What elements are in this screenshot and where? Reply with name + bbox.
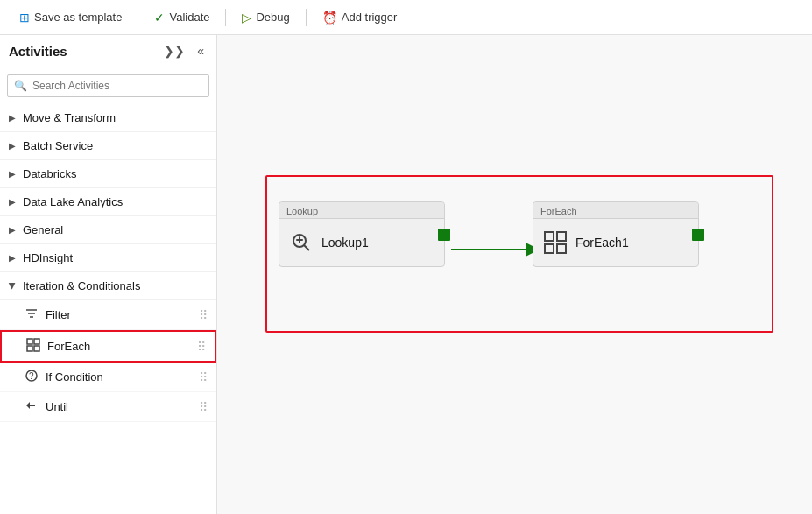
sidebar-item-data-lake[interactable]: ▶ Data Lake Analytics	[0, 188, 216, 216]
arrow-icon: ▶	[9, 197, 16, 207]
list-item-foreach[interactable]: ForEach ⠿	[0, 330, 216, 363]
list-item-filter[interactable]: Filter ⠿	[0, 300, 216, 330]
foreach-node-icon	[544, 231, 567, 254]
sidebar-item-batch-service[interactable]: ▶ Batch Service	[0, 132, 216, 160]
svg-rect-14	[557, 232, 566, 241]
filter-icon	[25, 306, 39, 323]
foreach-icon	[26, 338, 40, 355]
lookup-node-body: Lookup1	[279, 219, 444, 266]
foreach-node-label: ForEach1	[575, 236, 629, 250]
arrow-icon: ▶	[9, 169, 16, 179]
svg-line-10	[304, 245, 309, 250]
main-area: Activities ❯❯ « 🔍 ▶ Move & Transform ▶ B…	[0, 35, 812, 514]
sidebar-item-hdinsight[interactable]: ▶ HDInsight	[0, 244, 216, 272]
lookup-node-header: Lookup	[279, 202, 444, 219]
sidebar-item-move-transform[interactable]: ▶ Move & Transform	[0, 104, 216, 132]
arrow-icon: ▶	[8, 283, 18, 290]
category-label: General	[23, 223, 63, 236]
search-container: 🔍	[7, 74, 209, 97]
arrow-icon: ▶	[9, 113, 16, 123]
arrow-icon: ▶	[9, 253, 16, 263]
debug-label: Debug	[256, 11, 289, 24]
foreach-output-port[interactable]	[692, 229, 704, 241]
drag-handle-icon: ⠿	[197, 340, 206, 354]
category-label: Data Lake Analytics	[23, 195, 123, 208]
sidebar-title: Activities	[9, 44, 67, 59]
svg-rect-15	[545, 244, 554, 253]
validate-button[interactable]: ✓ Validate	[145, 6, 218, 29]
toolbar-separator-2	[225, 9, 226, 26]
lookup-output-port[interactable]	[438, 229, 450, 241]
trigger-icon: ⏰	[322, 11, 337, 25]
toolbar-separator-1	[138, 9, 138, 26]
validate-label: Validate	[169, 11, 209, 24]
filter-label: Filter	[46, 308, 199, 321]
category-label: Batch Service	[23, 139, 93, 152]
drag-handle-icon: ⠿	[199, 370, 208, 384]
svg-rect-12	[299, 236, 300, 243]
sidebar-item-databricks[interactable]: ▶ Databricks	[0, 160, 216, 188]
category-label: Move & Transform	[23, 111, 116, 124]
drag-handle-icon: ⠿	[199, 308, 208, 322]
lookup-node-label: Lookup1	[321, 236, 369, 250]
until-icon	[25, 398, 39, 415]
collapse-down-button[interactable]: ❯❯	[160, 42, 188, 60]
debug-icon: ▷	[242, 11, 251, 25]
sidebar-item-iteration[interactable]: ▶ Iteration & Conditionals	[0, 272, 216, 300]
search-icon: 🔍	[14, 80, 27, 92]
foreach-node-body: ForEach1	[533, 219, 698, 266]
save-template-button[interactable]: ⊞ Save as template	[11, 6, 131, 29]
category-label: Iteration & Conditionals	[23, 279, 140, 292]
lookup-node-icon	[290, 231, 313, 254]
drag-handle-icon: ⠿	[199, 400, 208, 414]
svg-rect-13	[545, 232, 554, 241]
if-condition-icon: ?	[25, 369, 39, 385]
toolbar-separator-3	[306, 9, 307, 26]
svg-rect-5	[27, 346, 32, 351]
sidebar: Activities ❯❯ « 🔍 ▶ Move & Transform ▶ B…	[0, 35, 217, 514]
list-item-if-condition[interactable]: ? If Condition ⠿	[0, 363, 216, 392]
collapse-left-button[interactable]: «	[194, 42, 208, 60]
svg-text:?: ?	[29, 371, 34, 381]
list-item-until[interactable]: Until ⠿	[0, 392, 216, 422]
save-template-icon: ⊞	[19, 11, 30, 25]
svg-rect-3	[27, 339, 32, 344]
sidebar-controls: ❯❯ «	[160, 42, 208, 60]
trigger-label: Add trigger	[342, 11, 398, 24]
svg-rect-4	[34, 339, 39, 344]
sidebar-item-general[interactable]: ▶ General	[0, 216, 216, 244]
foreach-node[interactable]: ForEach ForEach1	[533, 201, 699, 267]
arrow-icon: ▶	[9, 141, 16, 151]
search-input[interactable]	[7, 74, 209, 97]
svg-rect-16	[557, 244, 566, 253]
category-label: Databricks	[23, 167, 76, 180]
toolbar: ⊞ Save as template ✓ Validate ▷ Debug ⏰ …	[0, 0, 812, 35]
category-label: HDInsight	[23, 251, 73, 264]
add-trigger-button[interactable]: ⏰ Add trigger	[314, 6, 406, 29]
lookup-node[interactable]: Lookup Lookup1	[279, 201, 445, 267]
arrow-icon: ▶	[9, 225, 16, 235]
foreach-label: ForEach	[47, 340, 197, 353]
validate-icon: ✓	[154, 11, 165, 25]
debug-button[interactable]: ▷ Debug	[233, 6, 298, 29]
sidebar-header: Activities ❯❯ «	[0, 35, 216, 67]
save-template-label: Save as template	[34, 11, 122, 24]
canvas[interactable]: Lookup Lookup1	[217, 35, 812, 514]
until-label: Until	[46, 400, 199, 413]
if-condition-label: If Condition	[46, 370, 199, 384]
foreach-node-header: ForEach	[533, 202, 698, 219]
connector-arrow	[445, 228, 541, 271]
svg-rect-6	[34, 346, 39, 351]
